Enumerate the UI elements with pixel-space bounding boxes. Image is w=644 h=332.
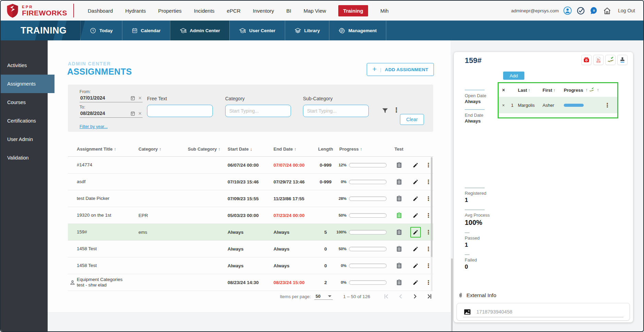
topnav-item[interactable]: Hydrants	[125, 8, 146, 14]
topnav-item[interactable]: BI	[287, 8, 291, 14]
edit-pencil-icon[interactable]	[410, 193, 421, 204]
test-clipboard-icon[interactable]	[397, 246, 402, 252]
items-per-page-select[interactable]: 50	[314, 293, 333, 300]
test-clipboard-icon[interactable]	[397, 229, 402, 235]
edit-pencil-icon[interactable]	[410, 227, 421, 238]
module-tab[interactable]: Today	[80, 21, 122, 40]
progress-bar	[349, 196, 387, 201]
module-tab[interactable]: User Center	[229, 21, 285, 40]
video-button[interactable]	[581, 55, 592, 65]
hand-check-button[interactable]	[605, 55, 616, 65]
col-end-date[interactable]: End Date↑	[274, 146, 317, 152]
topnav-item[interactable]: Mih	[380, 8, 389, 14]
module-tab[interactable]: Calendar	[122, 21, 170, 40]
calendar-icon[interactable]	[130, 95, 135, 101]
col-last[interactable]: Last↑	[518, 88, 543, 93]
test-clipboard-icon[interactable]	[397, 179, 402, 185]
col-start-date[interactable]: Start Date↓	[228, 146, 274, 152]
test-clipboard-icon[interactable]	[397, 263, 402, 269]
edit-pencil-icon[interactable]	[410, 177, 421, 187]
close-icon[interactable]: ×	[502, 87, 511, 93]
col-progress[interactable]: Progress↑	[335, 146, 391, 152]
col-first[interactable]: First↑	[543, 88, 564, 93]
sidebar-item[interactable]: Certifications	[1, 112, 48, 130]
table-row[interactable]: asdf 07/10/23 15:46 07/29/72 13:46 0-999…	[68, 174, 433, 190]
add-assignment-button[interactable]: + | ADD ASSIGNMENT	[367, 63, 434, 76]
edit-pencil-icon[interactable]	[410, 210, 421, 221]
free-text-input[interactable]	[147, 105, 213, 117]
logout-button[interactable]: Log Out	[618, 8, 635, 13]
validation-check-icon[interactable]	[576, 7, 585, 15]
topnav-item[interactable]: Training	[338, 5, 368, 16]
test-clipboard-icon[interactable]	[397, 162, 402, 168]
col-length[interactable]: Length	[317, 146, 335, 152]
table-row[interactable]: 1458 Test Always Always 0 50% ⋮	[68, 241, 433, 257]
edit-pencil-icon[interactable]	[410, 277, 421, 288]
module-tab[interactable]: Library	[285, 21, 329, 40]
topnav-item[interactable]: Map View	[304, 8, 326, 14]
col-test[interactable]: Test	[391, 146, 407, 152]
brand-logo[interactable]: EPR FIREWORKS	[1, 3, 73, 18]
table-scrollbar[interactable]	[431, 157, 433, 291]
test-clipboard-icon[interactable]	[397, 279, 402, 285]
module-tab[interactable]: Admin Center	[170, 21, 230, 40]
table-row[interactable]: 19320 on the 1st EPR 05/03/23 00:00 07/2…	[68, 207, 433, 224]
sidebar-item[interactable]: Validation	[1, 149, 48, 167]
calendar-icon[interactable]	[130, 111, 135, 116]
sidebar-item[interactable]: Assignments	[1, 75, 54, 93]
scrollbar-thumb[interactable]	[451, 258, 453, 332]
home-icon[interactable]	[603, 7, 611, 15]
table-row[interactable]: #14774 06/07/24 00:00 07/07/24 00:00 0-9…	[68, 157, 433, 174]
add-participant-button[interactable]: Add	[503, 72, 524, 80]
topnav-item[interactable]: Properties	[158, 8, 181, 14]
table-scrollbar[interactable]	[451, 258, 453, 332]
edit-pencil-icon[interactable]	[410, 244, 421, 254]
clear-from-date-icon[interactable]: ✕	[138, 95, 142, 101]
col-progress[interactable]: Progress↑ ↑	[564, 87, 602, 93]
filter-funnel-icon[interactable]	[381, 107, 389, 114]
subcategory-input[interactable]	[303, 105, 369, 117]
assignment-detail-card: 159# PDF Add × Last↑ First↑ P	[454, 52, 633, 322]
next-page-icon[interactable]	[411, 293, 419, 300]
col-sub-category[interactable]: Sub Category↑	[188, 146, 228, 152]
category-input[interactable]	[225, 105, 291, 117]
sidebar-item[interactable]: User Admin	[1, 130, 48, 149]
sidebar-item[interactable]: Activities	[1, 56, 48, 75]
topnav-item[interactable]: Dashboard	[88, 8, 113, 14]
remove-participant-icon[interactable]: ×	[502, 103, 511, 108]
table-header-row: Assignment Title↑ Category↑ Sub Category…	[68, 142, 433, 157]
clear-to-date-icon[interactable]: ✕	[138, 111, 142, 116]
table-row[interactable]: test Date Picker 07/09/23 15:55 11/23/86…	[68, 190, 433, 207]
col-assignment-title[interactable]: Assignment Title↑	[77, 146, 138, 152]
stamp-button[interactable]	[617, 55, 628, 65]
to-date-input[interactable]: 08/28/2024 ✕	[80, 110, 143, 118]
edit-pencil-icon[interactable]	[410, 260, 421, 271]
table-row[interactable]: 159# ems Always Always 5 100% ⋮	[68, 224, 433, 241]
test-clipboard-icon[interactable]	[397, 212, 402, 218]
table-row[interactable]: Equipment Categoriestest - shw elad 08/2…	[68, 274, 433, 291]
clear-filters-button[interactable]: Clear	[400, 114, 424, 125]
table-row[interactable]: 1458 Test Always Always 0 0% ⋮	[68, 257, 433, 274]
scrollbar-thumb[interactable]	[431, 157, 433, 257]
edit-pencil-icon[interactable]	[410, 160, 421, 170]
pagination-range: 1 – 50 of 126	[343, 294, 370, 299]
participant-menu-icon[interactable]: ⋮	[602, 102, 612, 109]
filter-by-year-link[interactable]: Filter by year...	[80, 124, 108, 129]
filter-more-icon[interactable]: ⋮	[393, 106, 400, 114]
topnav-item[interactable]: Inventory	[253, 8, 274, 14]
topnav-item[interactable]: ePCR	[227, 8, 241, 14]
from-date-input[interactable]: 07/01/2024 ✕	[80, 94, 143, 102]
prev-page-icon[interactable]	[397, 293, 404, 300]
messages-icon[interactable]: 0	[590, 6, 598, 15]
module-tab[interactable]: Management	[329, 21, 386, 40]
participant-row[interactable]: × 1 Margolis Asher ⋮	[499, 97, 617, 113]
pdf-export-button[interactable]: PDF	[593, 55, 604, 65]
topnav-item[interactable]: Incidents	[194, 8, 215, 14]
profile-icon[interactable]	[563, 6, 572, 15]
test-clipboard-icon[interactable]	[397, 195, 402, 202]
sidebar-item[interactable]: Courses	[1, 93, 48, 112]
col-category[interactable]: Category↑	[138, 146, 188, 152]
last-page-icon[interactable]	[426, 293, 433, 300]
first-page-icon[interactable]	[382, 293, 390, 300]
external-info-card[interactable]: 1718793940458	[457, 303, 630, 321]
